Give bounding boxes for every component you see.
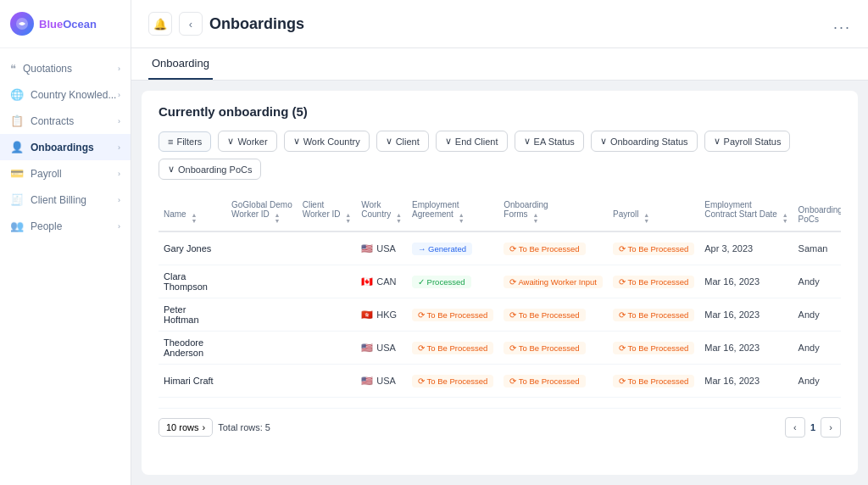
chevron-down-icon: ∨ xyxy=(227,136,234,147)
sidebar-item-label: Payroll xyxy=(31,168,62,180)
sidebar-item-client-billing[interactable]: 🧾 Client Billing › xyxy=(0,187,131,213)
globe-icon: 🌐 xyxy=(10,88,24,101)
sidebar-item-label: Contracts xyxy=(31,115,74,127)
rows-select: 10 rows › Total rows: 5 xyxy=(159,418,270,437)
col-employment-agreement[interactable]: EmploymentAgreement ▲▼ xyxy=(407,193,498,231)
onboard-icon: 👤 xyxy=(10,141,24,153)
payroll-badge: ⟳ To Be Processed xyxy=(613,276,694,288)
filters-button[interactable]: ≡ Filters xyxy=(159,131,211,152)
col-pocs[interactable]: OnboardingPoCs xyxy=(793,193,841,231)
onboarding-pocs-filter-button[interactable]: ∨ Onboarding PoCs xyxy=(159,159,261,180)
col-work-country[interactable]: WorkCountry ▲▼ xyxy=(356,193,407,231)
cell-goglobal-id xyxy=(226,332,298,365)
chevron-down-icon: ∨ xyxy=(293,136,300,147)
col-payroll[interactable]: Payroll ▲▼ xyxy=(608,193,699,231)
col-onboarding-forms[interactable]: OnboardingForms ▲▼ xyxy=(498,193,608,231)
cell-work-country: 🇭🇰 HKG xyxy=(356,298,407,332)
cell-client-id xyxy=(298,265,357,298)
quote-icon: ❝ xyxy=(10,62,16,75)
sidebar-item-label: Country Knowled... xyxy=(31,89,116,101)
cell-employment-agreement: ⟳ To Be Processed xyxy=(407,365,498,398)
sidebar-item-country-knowledge[interactable]: 🌐 Country Knowled... › xyxy=(0,81,131,108)
current-page: 1 xyxy=(810,422,815,432)
cell-payroll: ⟳ To Be Processed xyxy=(608,265,699,298)
cell-onboarding-forms: ⟳ To Be Processed xyxy=(498,298,608,332)
filter-icon: ≡ xyxy=(168,137,173,147)
rows-label: 10 rows xyxy=(166,422,199,432)
sidebar-item-onboardings[interactable]: 👤 Onboardings › xyxy=(0,134,131,160)
cell-onboarding-forms: ⟳ To Be Processed xyxy=(498,332,608,365)
chevron-right-icon: › xyxy=(118,170,120,178)
onboarding-forms-badge: ⟳ To Be Processed xyxy=(504,242,585,255)
page-controls: ‹ 1 › xyxy=(785,417,841,438)
pagination: 10 rows › Total rows: 5 ‹ 1 › xyxy=(159,408,841,438)
cell-contract-date: Mar 16, 2023 xyxy=(699,265,793,298)
onboarding-forms-badge: ⟳ To Be Processed xyxy=(504,342,585,354)
header-actions: ... xyxy=(833,15,851,33)
sidebar-item-people[interactable]: 👥 People › xyxy=(0,213,131,239)
contracts-icon: 📋 xyxy=(10,114,24,127)
col-contract-start-date[interactable]: EmploymentContract Start Date ▲▼ xyxy=(699,193,793,231)
cell-goglobal-id xyxy=(226,298,298,332)
logo-text: BlueOcean xyxy=(39,18,97,31)
rows-per-page-button[interactable]: 10 rows › xyxy=(159,418,213,437)
work-country-filter-button[interactable]: ∨ Work Country xyxy=(284,131,370,152)
cell-pocs: Andy xyxy=(793,265,841,298)
col-client-id[interactable]: ClientWorker ID ▲▼ xyxy=(298,193,357,231)
table-row: Gary Jones 🇺🇸 USA → Generated ⟳ To Be Pr… xyxy=(159,231,841,265)
onboarding-forms-badge: ⟳ To Be Processed xyxy=(504,375,585,387)
cell-work-country: 🇺🇸 USA xyxy=(356,332,407,365)
payroll-badge: ⟳ To Be Processed xyxy=(613,342,694,354)
sidebar-item-quotations[interactable]: ❝ Quotations › xyxy=(0,55,131,81)
flag-icon: 🇭🇰 xyxy=(361,309,373,321)
tab-onboarding[interactable]: Onboarding xyxy=(148,48,213,80)
cell-employment-agreement: → Generated xyxy=(407,231,498,265)
payroll-icon: 💳 xyxy=(10,167,24,180)
logo-icon xyxy=(10,12,34,36)
client-filter-button[interactable]: ∨ Client xyxy=(376,131,429,152)
cell-payroll: ⟳ To Be Processed xyxy=(608,231,699,265)
table-row: Theodore Anderson 🇺🇸 USA ⟳ To Be Process… xyxy=(159,332,841,365)
cell-client-id xyxy=(298,298,357,332)
col-name[interactable]: Name ▲▼ xyxy=(159,193,226,231)
tab-bar: Onboarding xyxy=(131,48,868,81)
onboarding-forms-badge: ⟳ To Be Processed xyxy=(504,309,585,321)
chevron-down-icon: ∨ xyxy=(445,136,452,147)
chevron-right-icon: › xyxy=(118,222,120,231)
chevron-down-icon: ∨ xyxy=(386,136,392,147)
logo: BlueOcean xyxy=(0,0,131,48)
cell-employment-agreement: ✓ Processed xyxy=(407,265,498,298)
cell-name: Peter Hoftman xyxy=(159,298,226,332)
table-row: Himari Craft 🇺🇸 USA ⟳ To Be Processed ⟳ … xyxy=(159,365,841,398)
cell-payroll: ⟳ To Be Processed xyxy=(608,332,699,365)
chevron-right-icon: › xyxy=(118,91,120,99)
col-goglobal-id[interactable]: GoGlobal DemoWorker ID ▲▼ xyxy=(226,193,298,231)
ea-status-filter-button[interactable]: ∨ EA Status xyxy=(515,131,584,152)
flag-icon: 🇨🇦 xyxy=(361,276,373,287)
header-left: 🔔 ‹ Onboardings xyxy=(148,12,304,36)
sidebar-item-payroll[interactable]: 💳 Payroll › xyxy=(0,160,131,187)
sidebar-item-contracts[interactable]: 📋 Contracts › xyxy=(0,108,131,134)
onboarding-status-filter-button[interactable]: ∨ Onboarding Status xyxy=(591,131,698,152)
worker-filter-button[interactable]: ∨ Worker xyxy=(218,131,276,152)
more-options-button[interactable]: ... xyxy=(833,15,851,33)
cell-work-country: 🇨🇦 CAN xyxy=(356,265,407,298)
chevron-down-icon: ∨ xyxy=(168,164,175,175)
employment-agreement-badge: → Generated xyxy=(412,242,472,255)
next-page-button[interactable]: › xyxy=(821,417,841,438)
back-button[interactable]: ‹ xyxy=(179,12,203,36)
country-code: USA xyxy=(376,243,396,254)
notification-button[interactable]: 🔔 xyxy=(148,12,172,36)
end-client-filter-button[interactable]: ∨ End Client xyxy=(436,131,508,152)
prev-page-button[interactable]: ‹ xyxy=(785,417,805,438)
country-code: HKG xyxy=(376,309,397,320)
payroll-status-filter-button[interactable]: ∨ Payroll Status xyxy=(704,131,791,152)
table-row: Peter Hoftman 🇭🇰 HKG ⟳ To Be Processed ⟳… xyxy=(159,298,841,332)
sidebar-item-label: Quotations xyxy=(23,63,72,75)
employment-agreement-badge: ⟳ To Be Processed xyxy=(412,342,493,354)
cell-onboarding-forms: ⟳ To Be Processed xyxy=(498,365,608,398)
cell-payroll: ⟳ To Be Processed xyxy=(608,298,699,332)
chevron-right-icon: › xyxy=(118,143,120,152)
cell-client-id xyxy=(298,365,357,398)
onboardings-table: Name ▲▼ GoGlobal DemoWorker ID ▲▼ Client… xyxy=(159,193,841,398)
